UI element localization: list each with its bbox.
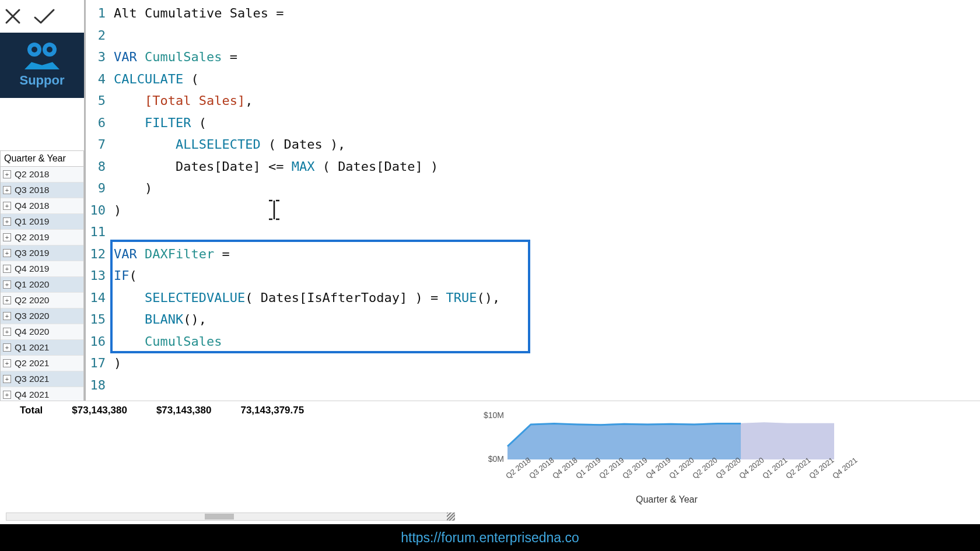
slicer-row-label: Q4 2018	[15, 201, 49, 211]
slicer-row-label: Q3 2020	[15, 311, 49, 321]
gears-icon	[27, 43, 57, 57]
chart-x-axis-title: Quarter & Year	[636, 494, 698, 505]
code-line[interactable]: IF(	[114, 265, 980, 287]
hands-icon	[24, 59, 60, 69]
slicer-row-label: Q3 2018	[15, 185, 49, 195]
slicer-row[interactable]: +Q4 2020	[1, 324, 83, 340]
slicer-row[interactable]: +Q1 2021	[1, 340, 83, 356]
slicer-row[interactable]: +Q2 2018	[1, 167, 83, 183]
code-line[interactable]: )	[114, 352, 980, 374]
expand-icon[interactable]: +	[3, 312, 11, 320]
chart-area[interactable]: $0M$10MQ2 2018Q3 2018Q4 2018Q1 2019Q2 20…	[455, 401, 980, 524]
code-line[interactable]: )	[114, 199, 980, 222]
code-line[interactable]: CumulSales	[114, 331, 980, 353]
slicer-row[interactable]: +Q3 2020	[1, 308, 83, 324]
expand-icon[interactable]: +	[3, 343, 11, 352]
logo-label: Suppor	[20, 73, 65, 88]
slicer-row[interactable]: +Q4 2018	[1, 198, 83, 214]
slicer-row-label: Q4 2019	[15, 264, 49, 274]
slicer-header: Quarter & Year	[1, 151, 83, 167]
logo-tile: Suppor	[0, 33, 84, 98]
footer-url: https://forum.enterprisedna.co	[401, 530, 579, 546]
slicer-row-label: Q4 2020	[15, 327, 49, 337]
expand-icon[interactable]: +	[3, 359, 11, 367]
code-line[interactable]: )	[114, 177, 980, 199]
code-line[interactable]: VAR CumulSales =	[114, 46, 980, 68]
expand-icon[interactable]: +	[3, 217, 11, 226]
code-line[interactable]: VAR DAXFilter =	[114, 243, 980, 265]
slicer-row[interactable]: +Q3 2018	[1, 183, 83, 198]
slicer-row-label: Q3 2019	[15, 248, 49, 258]
slicer-row-label: Q2 2020	[15, 295, 49, 306]
slicer-row[interactable]: +Q2 2021	[1, 356, 83, 371]
expand-icon[interactable]: +	[3, 170, 11, 178]
slicer-row[interactable]: +Q2 2020	[1, 293, 83, 308]
slicer-row[interactable]: +Q3 2021	[1, 371, 83, 387]
h-scrollbar-thumb[interactable]	[205, 514, 234, 520]
totals-label: Total	[20, 405, 43, 416]
chart-plot	[455, 401, 846, 465]
totals-row: Total $73,143,380 $73,143,380 73,143,379…	[0, 401, 455, 524]
expand-icon[interactable]: +	[3, 280, 11, 289]
formula-action-bar	[0, 0, 84, 33]
slicer-row-label: Q2 2019	[15, 232, 49, 243]
code-line[interactable]: [Total Sales],	[114, 90, 980, 112]
expand-icon[interactable]: +	[3, 296, 11, 304]
slicer-row-label: Q1 2021	[15, 342, 49, 353]
code-line[interactable]: CALCULATE (	[114, 68, 980, 90]
code-line[interactable]: Alt Cumulative Sales =	[114, 2, 980, 24]
slicer-row-label: Q2 2018	[15, 169, 49, 180]
resize-grip-icon[interactable]	[447, 513, 455, 521]
slicer-row-label: Q2 2021	[15, 358, 49, 368]
code-line[interactable]: FILTER (	[114, 112, 980, 134]
slicer-body[interactable]: +Q2 2018+Q3 2018+Q4 2018+Q1 2019+Q2 2019…	[1, 167, 83, 403]
code-line[interactable]: BLANK(),	[114, 308, 980, 331]
main-area: Suppor Quarter & Year +Q2 2018+Q3 2018+Q…	[0, 0, 980, 524]
expand-icon[interactable]: +	[3, 328, 11, 336]
slicer-row-label: Q1 2019	[15, 216, 49, 227]
expand-icon[interactable]: +	[3, 202, 11, 210]
commit-icon[interactable]	[33, 7, 56, 26]
slicer-row[interactable]: +Q1 2019	[1, 214, 83, 230]
slicer-row-label: Q3 2021	[15, 374, 49, 384]
slicer-row-label: Q4 2021	[15, 389, 49, 400]
totals-value-2: $73,143,380	[156, 405, 212, 416]
totals-value-1: $73,143,380	[72, 405, 127, 416]
expand-icon[interactable]: +	[3, 375, 11, 383]
code-line[interactable]	[114, 374, 980, 396]
slicer-row[interactable]: +Q3 2019	[1, 245, 83, 261]
code-line[interactable]	[114, 221, 980, 243]
expand-icon[interactable]: +	[3, 186, 11, 194]
code-content[interactable]: Alt Cumulative Sales = VAR CumulSales =C…	[114, 2, 980, 396]
code-line[interactable]	[114, 24, 980, 47]
code-line[interactable]: ALLSELECTED ( Dates ),	[114, 134, 980, 156]
slicer-row-label: Q1 2020	[15, 279, 49, 290]
slicer-row[interactable]: +Q2 2019	[1, 230, 83, 245]
expand-icon[interactable]: +	[3, 249, 11, 257]
h-scrollbar[interactable]	[6, 513, 455, 521]
slicer-row[interactable]: +Q4 2019	[1, 261, 83, 277]
expand-icon[interactable]: +	[3, 265, 11, 273]
slicer-quarter-year[interactable]: Quarter & Year +Q2 2018+Q3 2018+Q4 2018+…	[0, 150, 84, 403]
code-line[interactable]: Dates[Date] <= MAX ( Dates[Date] )	[114, 156, 980, 178]
expand-icon[interactable]: +	[3, 233, 11, 241]
totals-value-3: 73,143,379.75	[240, 405, 304, 416]
expand-icon[interactable]: +	[3, 391, 11, 399]
slicer-row[interactable]: +Q1 2020	[1, 277, 83, 293]
cancel-icon[interactable]	[4, 7, 22, 26]
code-line[interactable]: SELECTEDVALUE( Dates[IsAfterToday] ) = T…	[114, 287, 980, 309]
bottom-strip: Total $73,143,380 $73,143,380 73,143,379…	[0, 401, 980, 524]
footer-bar: https://forum.enterprisedna.co	[0, 524, 980, 551]
